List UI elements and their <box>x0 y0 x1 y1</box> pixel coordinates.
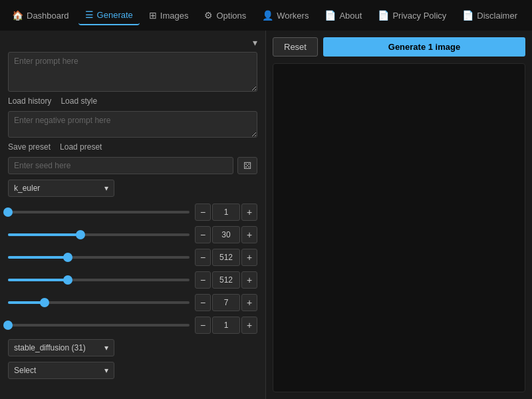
load-style-button[interactable]: Load style <box>61 96 97 106</box>
left-panel: ▾ Load history Load style Save preset Lo… <box>0 31 266 399</box>
action-row: Reset Generate 1 image <box>273 37 525 57</box>
slider-fill-2 <box>8 233 80 236</box>
slider-row-1: − 1 + <box>8 203 257 221</box>
select-chevron-icon: ▾ <box>104 366 108 375</box>
step-up-2[interactable]: + <box>241 226 257 243</box>
slider-thumb-5[interactable] <box>40 298 49 307</box>
generate-icon: ☰ <box>85 9 94 20</box>
step-up-4[interactable]: + <box>241 271 257 289</box>
neg-prompt-textarea[interactable] <box>8 111 257 138</box>
slider-track-2[interactable] <box>8 233 190 236</box>
step-val-4: 512 <box>212 271 240 289</box>
nav-privacy-label: Privacy Policy <box>392 11 446 21</box>
main-layout: ▾ Load history Load style Save preset Lo… <box>0 31 532 399</box>
disclaimer-icon: 📄 <box>462 10 473 21</box>
seed-input[interactable] <box>8 157 233 174</box>
step-val-1: 1 <box>212 203 240 221</box>
step-down-4[interactable]: − <box>195 271 211 289</box>
step-down-5[interactable]: − <box>195 294 211 311</box>
model-chevron-icon: ▾ <box>104 343 108 352</box>
step-up-3[interactable]: + <box>241 249 257 266</box>
slider-thumb-2[interactable] <box>76 230 85 239</box>
nav-generate-label: Generate <box>97 10 133 20</box>
slider-row-2: − 30 + <box>8 226 257 243</box>
step-val-3: 512 <box>212 249 240 266</box>
slider-thumb-1[interactable] <box>3 207 13 217</box>
nav-images-label: Images <box>160 11 189 21</box>
neg-link-row: Save preset Load preset <box>8 142 257 152</box>
dice-button[interactable]: ⚄ <box>237 157 257 174</box>
image-area <box>273 63 525 392</box>
slider-thumb-6[interactable] <box>3 321 13 330</box>
slider-row-4: − 512 + <box>8 271 257 289</box>
slider-thumb-4[interactable] <box>63 275 72 285</box>
model-value: stable_diffusion (31) <box>14 343 86 352</box>
nav-workers[interactable]: 👤 Workers <box>255 6 315 25</box>
slider-track-4[interactable] <box>8 279 190 281</box>
slider-track-6[interactable] <box>8 324 190 327</box>
nav-disclaimer-label: Disclaimer <box>477 11 517 21</box>
step-up-5[interactable]: + <box>241 294 257 311</box>
seed-row: ⚄ <box>8 157 257 174</box>
stepper-3: − 512 + <box>195 249 257 266</box>
privacy-icon: 📄 <box>378 10 389 21</box>
slider-fill-5 <box>8 301 45 304</box>
nav-generate[interactable]: ☰ Generate <box>78 5 140 25</box>
sampler-chevron-icon: ▾ <box>104 184 108 193</box>
step-val-6: 1 <box>212 317 240 334</box>
slider-fill-3 <box>8 256 68 259</box>
stepper-5: − 7 + <box>195 294 257 311</box>
sampler-value: k_euler <box>14 184 40 193</box>
slider-row-6: − 1 + <box>8 317 257 334</box>
home-icon: 🏠 <box>12 10 23 21</box>
options-icon: ⚙ <box>204 10 213 21</box>
prompt-link-row: Load history Load style <box>8 96 257 106</box>
load-history-button[interactable]: Load history <box>8 96 51 106</box>
slider-thumb-3[interactable] <box>63 253 72 262</box>
load-preset-button[interactable]: Load preset <box>60 142 102 152</box>
nav-images[interactable]: ⊞ Images <box>142 6 196 25</box>
collapse-row: ▾ <box>8 37 257 48</box>
about-icon: 📄 <box>325 10 336 21</box>
stepper-1: − 1 + <box>195 203 257 221</box>
nav-options-label: Options <box>216 11 246 21</box>
stepper-4: − 512 + <box>195 271 257 289</box>
step-down-1[interactable]: − <box>195 203 211 221</box>
slider-row-5: − 7 + <box>8 294 257 311</box>
workers-icon: 👤 <box>262 10 273 21</box>
nav-dashboard[interactable]: 🏠 Dashboard <box>5 6 76 25</box>
select-dropdown[interactable]: Select ▾ <box>8 362 114 379</box>
nav-privacy[interactable]: 📄 Privacy Policy <box>371 6 453 25</box>
nav-disclaimer[interactable]: 📄 Disclaimer <box>456 6 524 25</box>
model-dropdown[interactable]: stable_diffusion (31) ▾ <box>8 339 114 356</box>
slider-track-5[interactable] <box>8 301 190 304</box>
step-down-6[interactable]: − <box>195 317 211 334</box>
sampler-dropdown[interactable]: k_euler ▾ <box>8 180 114 197</box>
step-up-1[interactable]: + <box>241 203 257 221</box>
step-val-5: 7 <box>212 294 240 311</box>
slider-track-3[interactable] <box>8 256 190 259</box>
navbar: 🏠 Dashboard ☰ Generate ⊞ Images ⚙ Option… <box>0 0 532 31</box>
slider-fill-4 <box>8 279 68 281</box>
images-icon: ⊞ <box>149 10 157 21</box>
step-down-3[interactable]: − <box>195 249 211 266</box>
reset-button[interactable]: Reset <box>273 37 318 57</box>
nav-about[interactable]: 📄 About <box>318 6 368 25</box>
select-value: Select <box>14 366 36 375</box>
stepper-2: − 30 + <box>195 226 257 243</box>
prompt-textarea[interactable] <box>8 52 257 92</box>
nav-dashboard-label: Dashboard <box>27 11 69 21</box>
step-val-2: 30 <box>212 226 240 243</box>
right-panel: Reset Generate 1 image <box>266 31 532 399</box>
save-preset-button[interactable]: Save preset <box>8 142 51 152</box>
generate-button[interactable]: Generate 1 image <box>323 37 525 57</box>
collapse-button[interactable]: ▾ <box>253 37 257 48</box>
step-up-6[interactable]: + <box>241 317 257 334</box>
nav-options[interactable]: ⚙ Options <box>198 6 253 25</box>
stepper-6: − 1 + <box>195 317 257 334</box>
step-down-2[interactable]: − <box>195 226 211 243</box>
slider-track-1[interactable] <box>8 211 190 213</box>
nav-about-label: About <box>339 11 362 21</box>
slider-row-3: − 512 + <box>8 249 257 266</box>
nav-workers-label: Workers <box>277 11 309 21</box>
